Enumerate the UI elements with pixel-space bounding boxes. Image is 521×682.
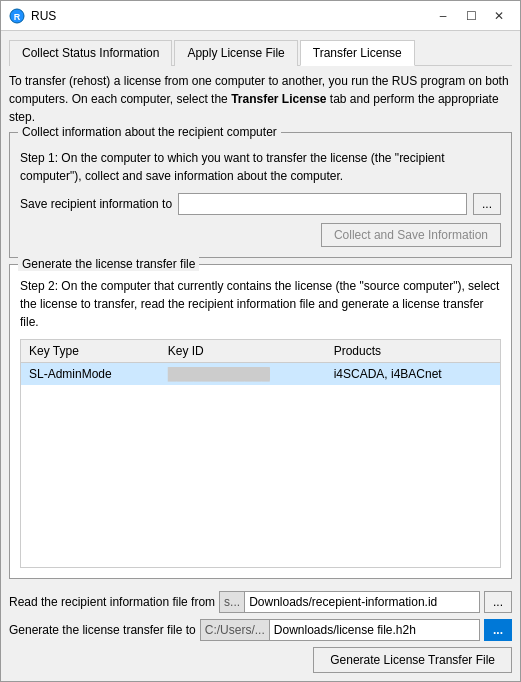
generate-browse-button[interactable]: ... — [484, 619, 512, 641]
generate-row: Generate the license transfer file to C:… — [9, 619, 512, 641]
collect-btn-row: Collect and Save Information — [20, 223, 501, 247]
license-transfer-group: Generate the license transfer file Step … — [9, 264, 512, 579]
read-path-input: s... Downloads/recepient-information.id — [219, 591, 480, 613]
read-row: Read the recipient information file from… — [9, 591, 512, 613]
close-button[interactable]: ✕ — [486, 6, 512, 26]
license-table: Key Type Key ID Products SL-AdminMode ██… — [21, 340, 500, 385]
license-group-content: Step 2: On the computer that currently c… — [10, 265, 511, 578]
window-title: RUS — [31, 9, 56, 23]
save-label: Save recipient information to — [20, 197, 172, 211]
collect-group-content: Step 1: On the computer to which you wan… — [20, 149, 501, 247]
read-browse-button[interactable]: ... — [484, 591, 512, 613]
intro-text: To transfer (rehost) a license from one … — [9, 72, 512, 126]
tab-collect-status[interactable]: Collect Status Information — [9, 40, 172, 66]
generate-path-value: Downloads/license file.h2h — [270, 620, 479, 640]
title-bar-left: R RUS — [9, 8, 56, 24]
generate-path-input: C:/Users/... Downloads/license file.h2h — [200, 619, 480, 641]
generate-transfer-button[interactable]: Generate License Transfer File — [313, 647, 512, 673]
read-path-value: Downloads/recepient-information.id — [245, 592, 479, 612]
key-id-redacted: ████████████ — [168, 367, 270, 381]
collect-info-group: Collect information about the recipient … — [9, 132, 512, 258]
generate-prefix: C:/Users/... — [201, 620, 270, 640]
collect-group-title: Collect information about the recipient … — [18, 125, 281, 139]
save-info-row: Save recipient information to ... — [20, 193, 501, 215]
table-body: SL-AdminMode ████████████ i4SCADA, i4BAC… — [21, 363, 500, 386]
title-bar: R RUS – ☐ ✕ — [1, 1, 520, 31]
generate-btn-row: Generate License Transfer File — [9, 647, 512, 673]
table-head: Key Type Key ID Products — [21, 340, 500, 363]
title-controls: – ☐ ✕ — [430, 6, 512, 26]
save-input[interactable] — [178, 193, 467, 215]
cell-key-type: SL-AdminMode — [21, 363, 160, 386]
col-key-type: Key Type — [21, 340, 160, 363]
license-table-container: Key Type Key ID Products SL-AdminMode ██… — [20, 339, 501, 568]
tab-apply-license[interactable]: Apply License File — [174, 40, 297, 66]
bottom-section: Read the recipient information file from… — [9, 585, 512, 673]
cell-key-id: ████████████ — [160, 363, 326, 386]
app-icon: R — [9, 8, 25, 24]
collect-save-button[interactable]: Collect and Save Information — [321, 223, 501, 247]
minimize-button[interactable]: – — [430, 6, 456, 26]
save-browse-button[interactable]: ... — [473, 193, 501, 215]
tab-bar: Collect Status Information Apply License… — [9, 39, 512, 66]
tab-transfer-license[interactable]: Transfer License — [300, 40, 415, 66]
col-products: Products — [326, 340, 500, 363]
read-prefix: s... — [220, 592, 245, 612]
main-content: Collect Status Information Apply License… — [1, 31, 520, 681]
collect-step-text: Step 1: On the computer to which you wan… — [20, 149, 501, 185]
license-group-title: Generate the license transfer file — [18, 257, 199, 271]
cell-products: i4SCADA, i4BACnet — [326, 363, 500, 386]
maximize-button[interactable]: ☐ — [458, 6, 484, 26]
col-key-id: Key ID — [160, 340, 326, 363]
license-step-text: Step 2: On the computer that currently c… — [20, 277, 501, 331]
generate-label: Generate the license transfer file to — [9, 623, 196, 637]
intro-bold: Transfer License — [231, 92, 326, 106]
read-label: Read the recipient information file from — [9, 595, 215, 609]
svg-text:R: R — [14, 12, 21, 22]
table-row[interactable]: SL-AdminMode ████████████ i4SCADA, i4BAC… — [21, 363, 500, 386]
main-window: R RUS – ☐ ✕ Collect Status Information A… — [0, 0, 521, 682]
